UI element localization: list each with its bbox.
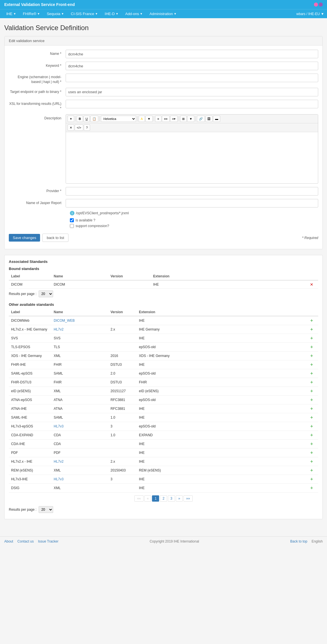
provider-input[interactable] — [66, 187, 318, 196]
card-header: Edit validation service — [5, 36, 322, 45]
user-info[interactable]: wbars / IHE-EU ▼ — [296, 12, 324, 16]
editor-btn-color[interactable]: A — [139, 116, 145, 122]
page-1-btn[interactable]: 1 — [152, 495, 159, 502]
other-row-version: 1.0 — [111, 416, 139, 419]
bound-table-header: Label Name Version Extension — [9, 273, 318, 281]
bound-delete-button[interactable]: ✕ — [307, 282, 316, 287]
other-add-button[interactable]: + — [307, 450, 316, 455]
other-add-button[interactable]: + — [307, 353, 316, 358]
nav-item-cisis[interactable]: CI-SIS France ▼ — [67, 9, 101, 18]
editor-btn-media[interactable]: ▬ — [213, 116, 220, 122]
editor-btn-ol[interactable]: ≡≡ — [162, 116, 170, 122]
other-row-name-link[interactable]: HL7v2 — [54, 327, 111, 331]
other-table-row: DICOMWeb DICOM_WEB IHE + — [9, 316, 318, 325]
xsl-input[interactable] — [66, 100, 318, 108]
other-add-button[interactable]: + — [307, 362, 316, 367]
editor-btn-tools[interactable]: ✦ — [68, 116, 74, 122]
other-add-button[interactable]: + — [307, 415, 316, 420]
editor-btn-bold[interactable]: B — [77, 116, 83, 122]
nav-item-sequoia[interactable]: Sequoia ▼ — [43, 9, 68, 18]
is-available-checkbox[interactable] — [70, 218, 74, 222]
page-prev-btn[interactable]: « — [144, 495, 151, 502]
jasper-input[interactable] — [66, 199, 318, 207]
other-row-name: CDA — [54, 442, 111, 446]
other-row-name-link[interactable]: HL7v3 — [54, 477, 111, 481]
other-row-extension: IHE — [139, 477, 307, 481]
keyword-input[interactable] — [66, 62, 318, 70]
page-3-btn[interactable]: 3 — [168, 495, 175, 502]
other-add-button[interactable]: + — [307, 327, 316, 332]
associated-standards-body: Associated Standards Bound standards Lab… — [5, 255, 322, 519]
save-changes-button[interactable]: Save changes — [9, 234, 40, 242]
other-add-button[interactable]: + — [307, 318, 316, 323]
other-row-name-link[interactable]: HL7v3 — [54, 424, 111, 428]
font-select[interactable]: Helvetica Arial Times New Roman — [101, 116, 136, 122]
other-add-button[interactable]: + — [307, 433, 316, 438]
other-row-extension: IHE — [139, 363, 307, 367]
other-add-button[interactable]: + — [307, 459, 316, 464]
other-row-name-link[interactable]: HL7v2 — [54, 460, 111, 464]
other-col-extension: Extension — [139, 310, 307, 314]
other-row-name: CDA — [54, 433, 111, 437]
other-add-button[interactable]: + — [307, 380, 316, 385]
nav-item-administration[interactable]: Administration ▼ — [146, 9, 180, 18]
other-results-select[interactable]: 20 50 100 — [39, 506, 53, 513]
nav-item-ihed[interactable]: IHE-D ▼ — [101, 9, 122, 18]
other-add-button[interactable]: + — [307, 424, 316, 429]
other-add-button[interactable]: + — [307, 344, 316, 350]
other-add-button[interactable]: + — [307, 371, 316, 376]
other-add-button[interactable]: + — [307, 441, 316, 446]
editor-btn-image[interactable]: 🖼 — [205, 116, 213, 122]
nav-item-ihe[interactable]: IHE ▼ — [3, 9, 20, 18]
other-add-button[interactable]: + — [307, 468, 316, 473]
other-add-button[interactable]: + — [307, 406, 316, 411]
other-add-button[interactable]: + — [307, 397, 316, 402]
other-row-extension: IHE Germany — [139, 327, 307, 331]
target-input[interactable] — [66, 88, 318, 96]
back-to-list-button[interactable]: back to list — [42, 234, 68, 242]
support-compression-checkbox[interactable] — [70, 224, 74, 228]
other-add-button[interactable]: + — [307, 389, 316, 394]
editor-btn-help[interactable]: ? — [84, 124, 90, 131]
other-add-button[interactable]: + — [307, 336, 316, 341]
editor-btn-color-drop[interactable]: ▼ — [145, 116, 153, 122]
other-row-version: 2016 — [111, 354, 139, 358]
other-row-extension: XDS - IHE Germany — [139, 354, 307, 358]
footer-issue-tracker[interactable]: Issue Tracker — [38, 539, 59, 543]
footer-contact[interactable]: Contact us — [17, 539, 34, 543]
engine-input[interactable] — [66, 74, 318, 82]
nav-item-addons[interactable]: Add-ons ▼ — [122, 9, 146, 18]
nav-item-fhire[interactable]: FHIRe® ▼ — [20, 9, 43, 18]
description-label: Description — [9, 114, 66, 121]
page-2-btn[interactable]: 2 — [160, 495, 167, 502]
provider-field-group: Provider * — [9, 187, 318, 196]
editor-btn-clear[interactable]: ✕ — [68, 124, 74, 131]
name-label: Name * — [9, 50, 66, 56]
editor-btn-align[interactable]: ≡▾ — [170, 116, 178, 122]
editor-btn-underline[interactable]: U — [84, 116, 90, 122]
footer-language[interactable]: English — [312, 539, 323, 543]
other-col-label: Label — [11, 310, 54, 314]
page-first-btn[interactable]: «« — [134, 495, 143, 502]
editor-btn-source[interactable]: </> — [75, 124, 83, 131]
other-row-name: ATNA — [54, 398, 111, 402]
other-add-button[interactable]: + — [307, 477, 316, 482]
bound-results-select[interactable]: 20 50 100 — [39, 290, 53, 297]
editor-content[interactable] — [66, 132, 318, 183]
other-row-name: SAML — [54, 371, 111, 375]
other-row-version: 20150403 — [111, 468, 139, 472]
other-row-name-link[interactable]: DICOM_WEB — [54, 319, 111, 323]
page-next-btn[interactable]: » — [176, 495, 183, 502]
other-row-version: 2.0 — [111, 371, 139, 375]
editor-btn-ul[interactable]: ≡ — [155, 116, 161, 122]
other-add-button[interactable]: + — [307, 485, 316, 491]
footer-about[interactable]: About — [4, 539, 13, 543]
editor-btn-link[interactable]: 🔗 — [197, 116, 205, 122]
editor-btn-table-drop[interactable]: ▼ — [187, 116, 194, 122]
bound-row-extension: IHE — [153, 282, 307, 286]
editor-btn-table[interactable]: ⊞ — [180, 116, 187, 122]
name-input[interactable] — [66, 50, 318, 58]
footer-back-to-top[interactable]: Back to top — [290, 539, 307, 543]
editor-btn-copy[interactable]: 📋 — [90, 116, 98, 122]
page-last-btn[interactable]: »» — [184, 495, 192, 502]
